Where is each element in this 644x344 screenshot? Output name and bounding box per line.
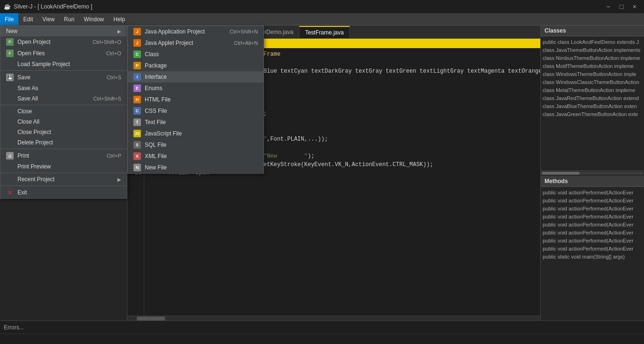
new-text-file[interactable]: TText File	[128, 117, 264, 128]
menu-view[interactable]: View	[38, 13, 59, 25]
menu-edit[interactable]: Edit	[18, 13, 38, 25]
menu-new-item[interactable]: New	[0, 26, 127, 36]
js-icon: JS	[133, 130, 141, 137]
menu-print[interactable]: 🖨Print Ctrl+P	[0, 150, 127, 161]
new-sql-file[interactable]: SSQL File	[128, 139, 264, 151]
method-item[interactable]: public void actionPerformed(ActionEver	[543, 229, 642, 237]
package-icon: P	[133, 62, 141, 69]
minimize-button[interactable]: −	[603, 2, 614, 11]
class-item[interactable]: class JavaRedThemeButtonAction extend	[543, 94, 642, 102]
method-item[interactable]: public void actionPerformed(ActionEver	[543, 213, 642, 221]
maximize-button[interactable]: □	[616, 2, 627, 11]
classes-scrollbar[interactable]	[541, 170, 644, 176]
new-interface[interactable]: IInterface	[128, 71, 264, 83]
menu-save-all[interactable]: Save All Ctrl+Shift+S	[0, 93, 127, 104]
close-button[interactable]: ×	[629, 2, 640, 11]
separator-2	[0, 105, 127, 105]
errors-label: Errors...	[4, 324, 24, 331]
save-icon: 💾	[6, 74, 14, 81]
menu-close[interactable]: Close	[0, 106, 127, 117]
method-item[interactable]: public void actionPerformed(ActionEver	[543, 245, 642, 253]
class-icon: C	[133, 50, 141, 58]
hscroll-thumb[interactable]	[137, 317, 165, 320]
method-item[interactable]: public void actionPerformed(ActionEver	[543, 237, 642, 245]
titlebar-left: ☕ Silver-J - [ LookAndFeelDemo ]	[4, 3, 92, 10]
class-item[interactable]: class MetalThemeButtonAction impleme	[543, 86, 642, 94]
menu-help[interactable]: Help	[109, 13, 130, 25]
menu-recent-project[interactable]: Recent Project	[0, 174, 127, 185]
app-icon: ☕	[4, 3, 11, 10]
txt-icon: T	[133, 118, 141, 126]
xml-icon: X	[133, 152, 141, 160]
menubar: File Edit View Run Window Help	[0, 13, 644, 25]
java-applet-icon: J	[133, 39, 141, 47]
new-class[interactable]: CClass	[128, 49, 264, 60]
menu-open-files[interactable]: FOpen Files Ctrl+O	[0, 48, 127, 59]
classes-content: public class LookAndFeelDemo extends J c…	[541, 36, 644, 170]
menu-run[interactable]: Run	[59, 13, 79, 25]
method-item[interactable]: public void actionPerformed(ActionEver	[543, 205, 642, 213]
open-files-icon: F	[6, 50, 14, 57]
new-xml-file[interactable]: XXML File	[128, 151, 264, 162]
menu-open-project[interactable]: POpen Project Ctrl+Shift+O	[0, 36, 127, 48]
menu-save[interactable]: 💾Save Ctrl+S	[0, 72, 127, 83]
html-icon: H	[133, 96, 141, 103]
file-menu-dropdown: New POpen Project Ctrl+Shift+O FOpen Fil…	[0, 25, 127, 199]
new-enums[interactable]: EEnums	[128, 83, 264, 94]
titlebar: ☕ Silver-J - [ LookAndFeelDemo ] − □ ×	[0, 0, 644, 13]
new-css-file[interactable]: CCSS File	[128, 105, 264, 117]
print-icon: 🖨	[6, 152, 14, 159]
classes-header: Classes	[541, 25, 644, 36]
java-app-icon: J	[133, 28, 141, 35]
tab-testframe[interactable]: TestFrame.java	[299, 26, 350, 38]
separator-4	[0, 173, 127, 173]
css-icon: C	[133, 107, 141, 115]
new-html-file[interactable]: HHTML File	[128, 94, 264, 105]
new-java-applet[interactable]: JJava Applet Project Ctrl+Alt+N	[128, 37, 264, 49]
separator-5	[0, 185, 127, 186]
menu-print-preview[interactable]: Print Preview	[0, 161, 127, 172]
menu-save-as[interactable]: Save As	[0, 83, 127, 93]
method-item[interactable]: public void actionPerformed(ActionEver	[543, 197, 642, 205]
enums-icon: E	[133, 84, 141, 92]
class-item[interactable]: class JavaThemeButtonAction implements	[543, 46, 642, 54]
new-js-file[interactable]: JSJavaScript File	[128, 128, 264, 139]
menu-close-all[interactable]: Close All	[0, 117, 127, 127]
menu-window[interactable]: Window	[79, 13, 109, 25]
new-submenu: JJava Application Project Ctrl+Shift+N J…	[127, 25, 264, 174]
menu-file[interactable]: File	[0, 13, 18, 25]
menu-delete-project[interactable]: Delete Project	[0, 137, 127, 148]
titlebar-controls: − □ ×	[603, 2, 640, 11]
method-item[interactable]: public static void main(String[] args)	[543, 253, 642, 261]
separator-1	[0, 70, 127, 71]
sql-icon: S	[133, 141, 141, 149]
errors-bar: Errors...	[0, 320, 644, 334]
method-item[interactable]: public void actionPerformed(ActionEver	[543, 189, 642, 197]
class-item[interactable]: class JavaGreenThemeButtonAction exte	[543, 110, 642, 118]
method-item[interactable]: public void actionPerformed(ActionEver	[543, 221, 642, 229]
errors-content	[0, 334, 644, 344]
new-package[interactable]: PPackage	[128, 60, 264, 71]
menu-load-sample[interactable]: Load Sample Project	[0, 59, 127, 69]
class-item[interactable]: class WindowsClassicThemeButtonAction	[543, 78, 642, 86]
app-title: Silver-J - [ LookAndFeelDemo ]	[14, 3, 92, 10]
editor-hscrollbar[interactable]	[127, 316, 540, 320]
class-item[interactable]: class MotifThemeButtonAction impleme	[543, 62, 642, 70]
class-item[interactable]: class WindowsThemeButtonAction imple	[543, 70, 642, 78]
new-file-icon: N	[133, 164, 141, 171]
new-item-label: New	[6, 28, 17, 34]
separator-3	[0, 149, 127, 149]
new-file[interactable]: NNew File	[128, 162, 264, 173]
new-java-app[interactable]: JJava Application Project Ctrl+Shift+N	[128, 26, 264, 37]
right-panel: Classes public class LookAndFeelDemo ext…	[540, 25, 644, 320]
exit-icon: ✕	[6, 189, 14, 196]
menu-exit[interactable]: ✕ Exit	[0, 187, 127, 198]
methods-header: Methods	[541, 176, 644, 187]
classes-scroll-thumb[interactable]	[542, 172, 579, 175]
class-item[interactable]: class JavaBlueThemeButtonAction exten	[543, 102, 642, 110]
methods-content: public void actionPerformed(ActionEver p…	[541, 187, 644, 321]
interface-icon: I	[133, 73, 141, 81]
menu-close-project[interactable]: Close Project	[0, 127, 127, 137]
class-item[interactable]: public class LookAndFeelDemo extends J	[543, 38, 642, 46]
class-item[interactable]: class NimbusThemeButtonAction impleme	[543, 54, 642, 62]
